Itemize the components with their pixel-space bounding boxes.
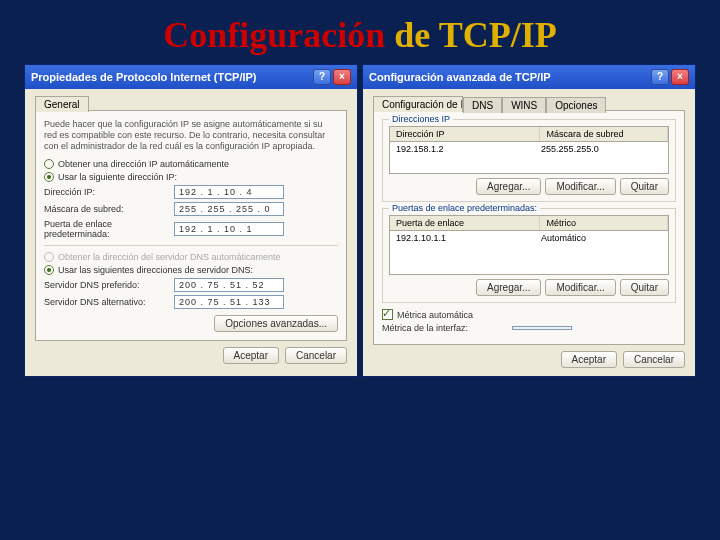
checkbox-icon (382, 309, 393, 320)
remove-gw-button[interactable]: Quitar (620, 279, 669, 296)
ok-button[interactable]: Aceptar (223, 347, 279, 364)
ip-list-header: Dirección IP Máscara de subred (389, 126, 669, 142)
tab-ip-config[interactable]: Configuración de IP (373, 96, 463, 112)
tab-general[interactable]: General (35, 96, 89, 112)
close-button[interactable]: × (671, 69, 689, 85)
dns1-label: Servidor DNS preferido: (44, 280, 174, 290)
gw-list-body[interactable]: 192.1.10.1.1 Automático (389, 231, 669, 275)
tab-options[interactable]: Opciones (546, 97, 606, 113)
tcp-ip-properties-dialog: Propiedades de Protocolo Internet (TCP/I… (24, 64, 358, 377)
cell-ip: 192.158.1.2 (396, 144, 541, 171)
gw-list-header: Puerta de enlace Métrico (389, 215, 669, 231)
radio-auto-dns: Obtener la dirección del servidor DNS au… (44, 252, 338, 262)
radio-auto-ip[interactable]: Obtener una dirección IP automáticamente (44, 159, 338, 169)
mask-label: Máscara de subred: (44, 204, 174, 214)
ip-addresses-group: Direcciones IP Dirección IP Máscara de s… (382, 119, 676, 202)
title-part1: Configuración (163, 15, 385, 55)
edit-gw-button[interactable]: Modificar... (545, 279, 615, 296)
radio-label: Usar las siguientes direcciones de servi… (58, 265, 253, 275)
col-metric: Métrico (540, 216, 668, 230)
advanced-button[interactable]: Opciones avanzadas... (214, 315, 338, 332)
radio-manual-dns[interactable]: Usar las siguientes direcciones de servi… (44, 265, 338, 275)
gateways-group: Puertas de enlace predeterminadas: Puert… (382, 208, 676, 303)
titlebar[interactable]: Propiedades de Protocolo Internet (TCP/I… (25, 65, 357, 89)
cell-metric: Automático (541, 233, 662, 272)
radio-icon (44, 172, 54, 182)
radio-label: Obtener la dirección del servidor DNS au… (58, 252, 281, 262)
remove-ip-button[interactable]: Quitar (620, 178, 669, 195)
col-ip: Dirección IP (390, 127, 540, 141)
titlebar[interactable]: Configuración avanzada de TCP/IP ? × (363, 65, 695, 89)
mask-input[interactable]: 255 . 255 . 255 . 0 (174, 202, 284, 216)
slide-title: Configuración de TCP/IP (0, 0, 720, 64)
description-text: Puede hacer que la configuración IP se a… (44, 119, 338, 151)
checkbox-label: Métrica automática (397, 310, 473, 320)
cancel-button[interactable]: Cancelar (623, 351, 685, 368)
cell-mask: 255.255.255.0 (541, 144, 662, 171)
radio-manual-ip[interactable]: Usar la siguiente dirección IP: (44, 172, 338, 182)
tab-dns[interactable]: DNS (463, 97, 502, 113)
window-title: Propiedades de Protocolo Internet (TCP/I… (31, 71, 257, 83)
add-ip-button[interactable]: Agregar... (476, 178, 541, 195)
radio-label: Obtener una dirección IP automáticamente (58, 159, 229, 169)
dns1-input[interactable]: 200 . 75 . 51 . 52 (174, 278, 284, 292)
ip-label: Dirección IP: (44, 187, 174, 197)
col-gateway: Puerta de enlace (390, 216, 540, 230)
ok-button[interactable]: Aceptar (561, 351, 617, 368)
cell-gateway: 192.1.10.1.1 (396, 233, 541, 272)
edit-ip-button[interactable]: Modificar... (545, 178, 615, 195)
help-button[interactable]: ? (313, 69, 331, 85)
ip-input[interactable]: 192 . 1 . 10 . 4 (174, 185, 284, 199)
help-button[interactable]: ? (651, 69, 669, 85)
dns2-label: Servidor DNS alternativo: (44, 297, 174, 307)
dns2-input[interactable]: 200 . 75 . 51 . 133 (174, 295, 284, 309)
col-mask: Máscara de subred (540, 127, 668, 141)
gateway-input[interactable]: 192 . 1 . 10 . 1 (174, 222, 284, 236)
tab-wins[interactable]: WINS (502, 97, 546, 113)
ip-list-body[interactable]: 192.158.1.2 255.255.255.0 (389, 142, 669, 174)
advanced-tcp-ip-dialog: Configuración avanzada de TCP/IP ? × Con… (362, 64, 696, 377)
radio-icon (44, 252, 54, 262)
title-part2: de TCP/IP (385, 15, 556, 55)
group-legend: Puertas de enlace predeterminadas: (389, 203, 540, 213)
group-legend: Direcciones IP (389, 114, 453, 124)
interface-metric-label: Métrica de la interfaz: (382, 323, 512, 333)
close-button[interactable]: × (333, 69, 351, 85)
radio-label: Usar la siguiente dirección IP: (58, 172, 177, 182)
auto-metric-checkbox[interactable]: Métrica automática (382, 309, 676, 320)
window-title: Configuración avanzada de TCP/IP (369, 71, 551, 83)
cancel-button[interactable]: Cancelar (285, 347, 347, 364)
add-gw-button[interactable]: Agregar... (476, 279, 541, 296)
radio-icon (44, 159, 54, 169)
gateway-label: Puerta de enlace predeterminada: (44, 219, 174, 239)
interface-metric-input (512, 326, 572, 330)
radio-icon (44, 265, 54, 275)
